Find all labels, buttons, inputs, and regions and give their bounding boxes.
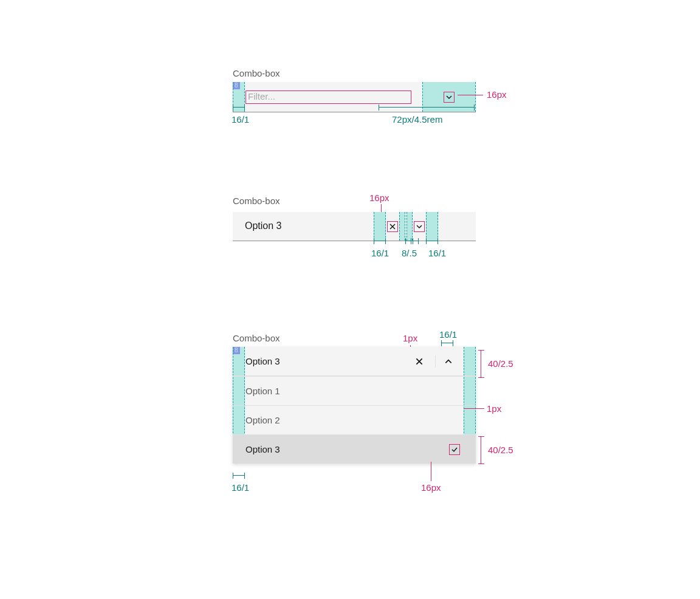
checkmark-icon — [449, 444, 460, 455]
combobox-field[interactable]: 8 Filter... — [233, 82, 476, 112]
menu-header: Option 3 — [233, 347, 476, 376]
selected-value: Option 3 — [245, 221, 281, 231]
spec-selected-combobox: Combo-box 16px Option 3 16/1 8/.5 16/1 — [233, 196, 476, 241]
dim-right-pad — [379, 107, 475, 108]
dim-bottom-left-label: 16/1 — [232, 482, 249, 493]
pad-before-close — [374, 212, 386, 241]
dim-right-label: 72px/4.5rem — [392, 114, 442, 125]
chevron-leader — [458, 95, 483, 95]
filter-placeholder: Filter... — [246, 91, 277, 102]
dim-c-label: 16/1 — [428, 248, 446, 258]
spec-open-combobox: Combo-box 1px 16/1 8 Option 3 Option 1 O… — [233, 333, 476, 464]
row-height-label-bottom: 40/2.5 — [488, 445, 513, 455]
spec-filter-combobox: Combo-box 8 Filter... 16/1 72px/4.5rem 1… — [233, 68, 476, 112]
row-height-label-top: 40/2.5 — [488, 358, 513, 369]
separator — [435, 355, 436, 368]
field-label: Combo-box — [233, 196, 476, 206]
menu-option[interactable]: Option 1 — [233, 376, 476, 405]
row-height-bracket-top — [481, 350, 481, 378]
close-icon[interactable] — [387, 221, 398, 232]
option-label: Option 2 — [233, 415, 280, 425]
dim-b1 — [405, 241, 411, 241]
combobox-menu: 8 Option 3 Option 1 Option 2 Option 3 — [233, 347, 476, 464]
close-size-label: 16px — [369, 193, 389, 203]
chevron-size-label: 16px — [487, 89, 507, 100]
pad-before-chevron — [407, 212, 413, 241]
close-icon[interactable] — [415, 357, 424, 366]
dim-left-label: 16/1 — [232, 114, 249, 125]
border-annotation: 1px — [403, 333, 417, 343]
menu-option[interactable]: Option 2 — [233, 405, 476, 434]
pad-after-close — [399, 212, 405, 241]
chevron-down-icon[interactable] — [414, 221, 425, 232]
row-height-bracket-bottom — [481, 436, 481, 464]
dim-a — [374, 241, 386, 241]
chevron-down-icon[interactable] — [444, 92, 455, 103]
divider-leader — [464, 408, 484, 409]
combobox-field[interactable]: Option 3 — [233, 212, 476, 241]
chevron-up-icon[interactable] — [444, 357, 453, 366]
option-label: Option 3 — [233, 444, 280, 454]
option-label: Option 1 — [233, 386, 280, 396]
pad-after-chevron — [426, 212, 438, 241]
dim-b-label: 8/.5 — [402, 248, 417, 258]
filter-input[interactable]: Filter... — [245, 91, 411, 104]
check-leader — [431, 462, 431, 481]
dim-bottom-left — [233, 475, 245, 476]
check-size-label: 16px — [421, 482, 441, 493]
dim-left-pad — [233, 107, 245, 108]
dim-top-right-label: 16/1 — [439, 329, 457, 340]
dim-b2 — [413, 241, 419, 241]
menu-header-value: Option 3 — [233, 356, 280, 366]
dim-a-label: 16/1 — [371, 248, 389, 258]
field-label: Combo-box — [233, 68, 476, 78]
dim-top-right — [441, 343, 453, 343]
menu-option-selected[interactable]: Option 3 — [233, 434, 476, 464]
dim-c — [426, 241, 438, 241]
divider-annotation: 1px — [487, 403, 501, 414]
